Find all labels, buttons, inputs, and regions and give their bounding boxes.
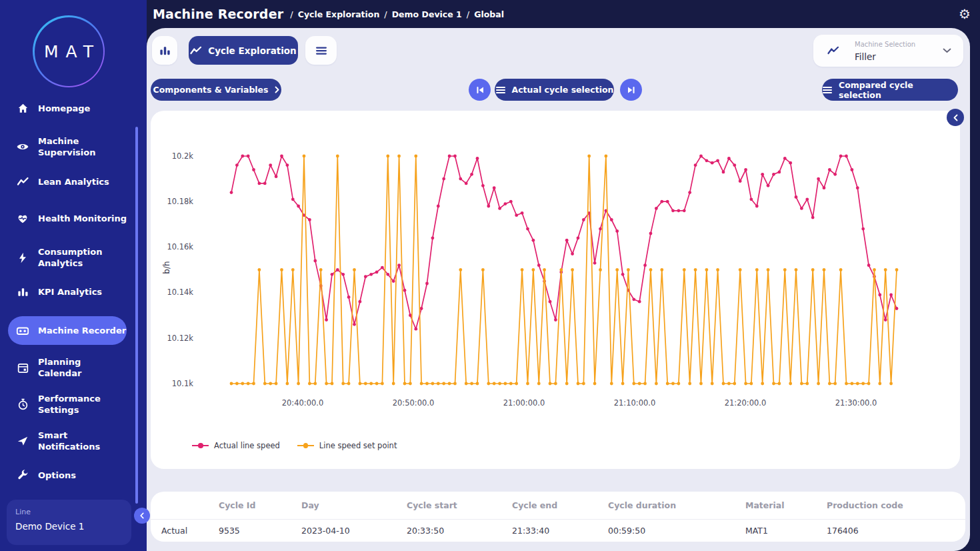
tab-cycle-exploration[interactable]: Cycle Exploration	[189, 36, 298, 65]
cell-material: MAT1	[745, 526, 827, 536]
line-selector-card[interactable]: Line Demo Device 1	[7, 500, 131, 545]
sidebar-item-kpi-analytics[interactable]: KPI Analytics	[16, 285, 133, 298]
y-axis-tick: 10.2k	[156, 151, 193, 161]
bar-chart-view-button[interactable]	[152, 36, 177, 65]
sidebar-scrollbar[interactable]	[135, 127, 138, 504]
table-header: Material	[745, 500, 827, 510]
list-icon	[495, 86, 506, 94]
table-header: Cycle start	[407, 500, 512, 510]
legend-marker	[192, 445, 209, 446]
bar-chart-icon	[16, 285, 29, 298]
sidebar-item-machine-recorder[interactable]: Machine Recorder	[8, 316, 127, 345]
sidebar-item-health-monitoring[interactable]: Health Monitoring	[16, 211, 133, 225]
sidebar-item-machine-supervision[interactable]: Machine Supervision	[16, 135, 133, 158]
collapse-chart-button[interactable]	[947, 109, 964, 126]
legend-item-line-speed-set-point[interactable]: Line speed set point	[297, 441, 397, 450]
cell-production-code: 176406	[827, 526, 965, 536]
sidebar: MAT Homepage Machine Supervision Lean An…	[0, 0, 147, 551]
previous-cycle-button[interactable]	[469, 79, 491, 101]
cell-cycle-end: 21:33:40	[512, 526, 608, 536]
heart-pulse-icon	[16, 211, 29, 225]
page-title: Machine Recorder	[153, 7, 283, 21]
x-axis-tick: 21:30:00.0	[825, 398, 887, 408]
cell-cycle-id: 9535	[219, 526, 301, 536]
menu-button[interactable]	[305, 36, 337, 65]
calendar-icon	[16, 361, 29, 374]
y-axis-label: b/h	[162, 261, 171, 273]
legend-item-actual-line-speed[interactable]: Actual line speed	[192, 441, 280, 450]
sidebar-item-performance-settings[interactable]: Performance Settings	[16, 393, 133, 416]
lightning-icon	[16, 251, 29, 264]
sidebar-item-planning-calendar[interactable]: Planning Calendar	[16, 356, 133, 379]
trend-line-icon	[190, 45, 202, 56]
breadcrumb-item[interactable]: Cycle Exploration	[298, 9, 380, 19]
cell-cycle-duration: 00:59:50	[608, 526, 745, 536]
breadcrumb-item[interactable]: Demo Device 1	[392, 9, 462, 19]
list-icon	[822, 86, 833, 94]
components-variables-button[interactable]: Components & Variables	[151, 79, 281, 101]
y-axis-tick: 10.12k	[156, 334, 193, 343]
table-header: Day	[301, 500, 407, 510]
x-axis-tick: 21:20:00.0	[715, 398, 776, 408]
x-axis-tick: 21:10:00.0	[604, 398, 665, 408]
sidebar-item-options[interactable]: Options	[16, 468, 133, 482]
skip-start-icon	[475, 85, 485, 95]
legend-marker	[297, 445, 314, 446]
line-chart-plot[interactable]	[151, 111, 960, 469]
compared-cycle-selection-button[interactable]: Compared cycle selection	[822, 79, 958, 101]
table-header: Cycle duration	[608, 500, 745, 510]
sidebar-item-homepage[interactable]: Homepage	[16, 101, 133, 115]
y-axis-tick: 10.16k	[156, 242, 193, 251]
sidebar-item-smart-notifications[interactable]: Smart Notifications	[16, 430, 133, 452]
sidebar-item-lean-analytics[interactable]: Lean Analytics	[16, 175, 133, 188]
trend-line-icon	[16, 175, 29, 188]
y-axis-tick: 10.18k	[156, 197, 193, 206]
stopwatch-icon	[16, 398, 29, 411]
table-header-row: Cycle Id Day Cycle start Cycle end Cycle…	[151, 492, 965, 520]
bar-chart-icon	[159, 44, 171, 57]
top-header: Machine Recorder / Cycle Exploration / D…	[147, 0, 980, 28]
machine-selection-value: Filler	[855, 51, 876, 62]
sidebar-item-consumption-analytics[interactable]: Consumption Analytics	[16, 246, 133, 269]
actual-cycle-selection-button[interactable]: Actual cycle selection	[495, 79, 614, 101]
chart-card: 10.2k 10.18k 10.16k 10.14k 10.12k 10.1k …	[151, 111, 960, 469]
sidebar-collapse-button[interactable]	[134, 508, 150, 524]
x-axis-tick: 20:50:00.0	[383, 398, 444, 408]
machine-selection-dropdown[interactable]: Machine Selection Filler	[813, 35, 963, 67]
trend-line-icon	[827, 45, 840, 56]
paper-plane-icon	[16, 434, 29, 448]
table-header: Production code	[827, 500, 965, 510]
table-header: Cycle end	[512, 500, 608, 510]
chart-legend: Actual line speed Line speed set point	[192, 441, 397, 450]
settings-gear-icon[interactable]: ⚙	[956, 5, 973, 23]
skip-end-icon	[627, 85, 636, 95]
row-label: Actual	[161, 526, 219, 536]
cycle-info-table: Cycle Id Day Cycle start Cycle end Cycle…	[151, 492, 965, 542]
x-axis-tick: 21:00:00.0	[493, 398, 555, 408]
y-axis-tick: 10.14k	[156, 288, 193, 297]
wrench-icon	[16, 468, 29, 482]
cell-day: 2023-04-10	[301, 526, 407, 536]
table-row: Actual 9535 2023-04-10 20:33:50 21:33:40…	[151, 520, 965, 541]
breadcrumb-item[interactable]: Global	[474, 9, 504, 19]
chevron-down-icon	[943, 48, 951, 53]
recorder-icon	[16, 324, 29, 338]
content-panel: Cycle Exploration Machine Selection Fill…	[147, 28, 970, 551]
y-axis-tick: 10.1k	[156, 379, 193, 388]
breadcrumb: / Cycle Exploration / Demo Device 1 / Gl…	[290, 9, 504, 19]
cell-cycle-start: 20:33:50	[407, 526, 512, 536]
table-header: Cycle Id	[219, 500, 301, 510]
home-icon	[16, 101, 29, 115]
mat-logo: MAT	[33, 15, 105, 87]
chevron-right-icon	[275, 86, 279, 93]
eye-icon	[16, 140, 29, 153]
line-value: Demo Device 1	[15, 521, 131, 532]
hamburger-icon	[315, 46, 327, 55]
line-label: Line	[15, 508, 131, 516]
machine-selection-label: Machine Selection	[855, 41, 915, 48]
next-cycle-button[interactable]	[620, 79, 642, 101]
x-axis-tick: 20:40:00.0	[272, 398, 333, 408]
